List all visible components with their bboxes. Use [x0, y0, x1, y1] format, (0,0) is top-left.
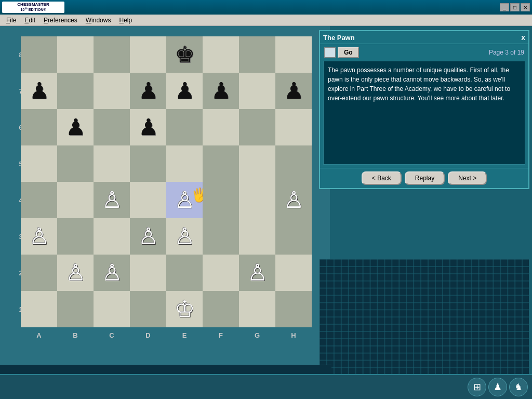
white-pawn-c4[interactable]: ♙	[102, 189, 122, 211]
square-a1[interactable]	[21, 291, 57, 327]
square-h6[interactable]	[275, 109, 312, 145]
black-pawn-f7[interactable]: ♟	[211, 79, 231, 102]
black-pawn-h7[interactable]: ♟	[284, 79, 304, 102]
square-e5[interactable]	[166, 145, 203, 182]
black-pawn-d7[interactable]: ♟	[138, 79, 158, 102]
menu-edit[interactable]: Edit	[20, 16, 39, 25]
square-h3[interactable]	[275, 218, 312, 255]
square-b7[interactable]	[57, 73, 94, 109]
window-controls[interactable]: _ □ ✕	[500, 3, 530, 11]
next-button[interactable]: Next >	[448, 171, 487, 185]
white-pawn-b2[interactable]: ♙	[65, 261, 86, 284]
square-b2[interactable]: ♙	[57, 255, 94, 291]
square-f5[interactable]	[203, 145, 239, 182]
back-button[interactable]: < Back	[362, 171, 402, 185]
square-d8[interactable]	[130, 36, 166, 73]
square-a3[interactable]: ♙	[21, 218, 57, 255]
square-f1[interactable]	[203, 291, 239, 327]
square-b6[interactable]: ♟	[57, 109, 94, 145]
white-pawn-c2[interactable]: ♙	[102, 261, 122, 284]
square-b3[interactable]	[57, 218, 94, 255]
square-b1[interactable]	[57, 291, 94, 327]
square-d5[interactable]	[130, 145, 166, 182]
white-king[interactable]: ♔	[175, 298, 195, 321]
square-g7[interactable]	[239, 73, 275, 109]
menu-preferences[interactable]: Preferences	[39, 16, 82, 25]
square-h2[interactable]	[275, 255, 312, 291]
square-h1[interactable]	[275, 291, 312, 327]
white-pawn-e4[interactable]: ♙	[175, 189, 195, 211]
minimize-button[interactable]: _	[500, 3, 509, 11]
square-c5[interactable]	[94, 145, 130, 182]
square-b5[interactable]	[57, 145, 94, 182]
board-grid[interactable]: ♚ ♟ ♟ ♟ ♟ ♟ ♟ ♟	[21, 36, 312, 327]
square-a2[interactable]	[21, 255, 57, 291]
square-e2[interactable]	[166, 255, 203, 291]
square-g4[interactable]	[239, 182, 275, 218]
square-c3[interactable]	[94, 218, 130, 255]
square-f8[interactable]	[203, 36, 239, 73]
square-d1[interactable]	[130, 291, 166, 327]
square-e7[interactable]: ♟	[166, 73, 203, 109]
square-c8[interactable]	[94, 36, 130, 73]
square-g6[interactable]	[239, 109, 275, 145]
square-a6[interactable]	[21, 109, 57, 145]
black-pawn-e7[interactable]: ♟	[175, 79, 195, 102]
square-f4[interactable]	[203, 182, 239, 218]
square-g3[interactable]	[239, 218, 275, 255]
white-pawn-e3[interactable]: ♙	[175, 225, 195, 248]
pawn-icon[interactable]: ♟	[488, 378, 507, 396]
square-c7[interactable]	[94, 73, 130, 109]
square-g1[interactable]	[239, 291, 275, 327]
square-g8[interactable]	[239, 36, 275, 73]
white-pawn-h4[interactable]: ♙	[284, 189, 304, 211]
square-d3[interactable]: ♙	[130, 218, 166, 255]
white-pawn-d3[interactable]: ♙	[138, 225, 158, 248]
square-c6[interactable]	[94, 109, 130, 145]
square-f6[interactable]	[203, 109, 239, 145]
square-e8[interactable]: ♚	[166, 36, 203, 73]
square-a8[interactable]	[21, 36, 57, 73]
white-pawn-a3[interactable]: ♙	[29, 225, 49, 248]
board-icon[interactable]: ⊞	[468, 378, 486, 396]
square-f3[interactable]	[203, 218, 239, 255]
square-c1[interactable]	[94, 291, 130, 327]
black-pawn-a7[interactable]: ♟	[29, 79, 49, 102]
square-b4[interactable]	[57, 182, 94, 218]
lesson-text-area[interactable]: The pawn possesses a number of unique qu…	[323, 61, 525, 165]
square-e1[interactable]: ♔	[166, 291, 203, 327]
square-a5[interactable]	[21, 145, 57, 182]
black-pawn-d6[interactable]: ♟	[138, 116, 158, 139]
square-d2[interactable]	[130, 255, 166, 291]
go-button[interactable]: Go	[338, 47, 359, 58]
square-g2[interactable]: ♙	[239, 255, 275, 291]
square-b8[interactable]	[57, 36, 94, 73]
replay-button[interactable]: Replay	[405, 171, 445, 185]
square-h8[interactable]	[275, 36, 312, 73]
square-c4[interactable]: ♙	[94, 182, 130, 218]
square-g5[interactable]	[239, 145, 275, 182]
close-button[interactable]: ✕	[521, 3, 530, 11]
square-c2[interactable]: ♙	[94, 255, 130, 291]
square-e4[interactable]: ♙ 🖐	[166, 182, 203, 218]
black-king[interactable]: ♚	[175, 43, 195, 66]
square-e3[interactable]: ♙	[166, 218, 203, 255]
square-f7[interactable]: ♟	[203, 73, 239, 109]
square-e6[interactable]	[166, 109, 203, 145]
square-a7[interactable]: ♟	[21, 73, 57, 109]
maximize-button[interactable]: □	[510, 3, 520, 11]
square-h7[interactable]: ♟	[275, 73, 312, 109]
black-pawn-b6[interactable]: ♟	[65, 116, 86, 139]
square-h4[interactable]: ♙	[275, 182, 312, 218]
lesson-close-button[interactable]: x	[521, 33, 525, 42]
square-d7[interactable]: ♟	[130, 73, 166, 109]
menu-windows[interactable]: Windows	[82, 16, 115, 25]
square-a4[interactable]	[21, 182, 57, 218]
square-d4[interactable]	[130, 182, 166, 218]
square-h5[interactable]	[275, 145, 312, 182]
menu-help[interactable]: Help	[115, 16, 136, 25]
menu-file[interactable]: File	[2, 16, 20, 25]
knight-icon[interactable]: ♞	[509, 378, 528, 396]
square-d6[interactable]: ♟	[130, 109, 166, 145]
white-pawn-g2[interactable]: ♙	[247, 261, 268, 284]
